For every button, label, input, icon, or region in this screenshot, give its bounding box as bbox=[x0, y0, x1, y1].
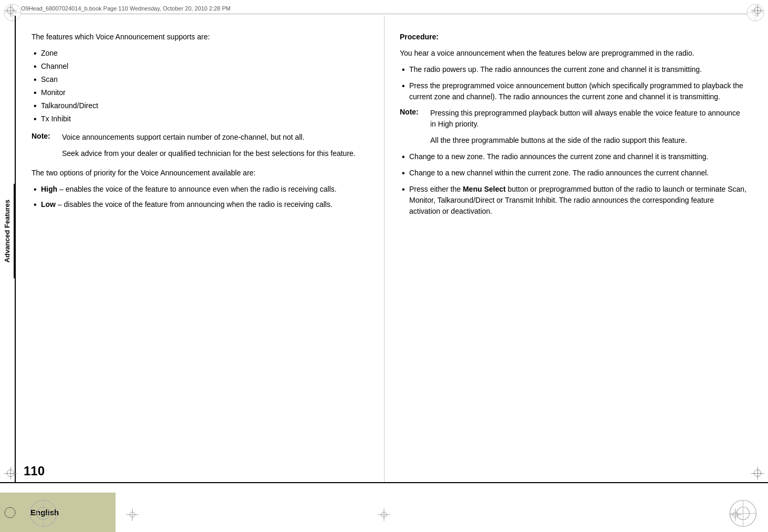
procedure-label: Procedure: bbox=[400, 32, 747, 43]
list-item: Change to a new zone. The radio announce… bbox=[400, 151, 747, 162]
left-intro: The features which Voice Announcement su… bbox=[32, 32, 379, 43]
crop-mark-br bbox=[751, 467, 764, 479]
right-column: Procedure: You hear a voice announcement… bbox=[400, 16, 747, 479]
english-circle-icon bbox=[4, 507, 16, 518]
list-item: Change to a new channel within the curre… bbox=[400, 168, 747, 179]
priority-low-text: – disables the voice of the feature from… bbox=[56, 200, 333, 208]
list-item: Channel bbox=[32, 61, 379, 72]
english-tab: English bbox=[0, 493, 116, 532]
right-note-label: Note: bbox=[400, 108, 426, 130]
priority-intro: The two options of priority for the Voic… bbox=[32, 168, 379, 179]
priority-low-label: Low bbox=[41, 200, 56, 208]
list-item: Press either the Menu Select button or p… bbox=[400, 184, 747, 217]
bottom-crosshair-left bbox=[126, 508, 139, 523]
corner-circle-tl bbox=[3, 3, 23, 23]
svg-point-8 bbox=[5, 507, 15, 518]
priority-list: High – enables the voice of the feature … bbox=[32, 184, 379, 210]
right-bullet-list: The radio powers up. The radio announces… bbox=[400, 64, 747, 102]
priority-low: Low – disables the voice of the feature … bbox=[32, 199, 379, 210]
note-text: Voice announcements support certain numb… bbox=[62, 132, 305, 143]
list-item: The radio powers up. The radio announces… bbox=[400, 64, 747, 75]
right-note-subtext: All the three programmable buttons at th… bbox=[430, 135, 747, 146]
header-bar: O9Head_68007024014_b.book Page 110 Wedne… bbox=[21, 5, 747, 14]
right-note-text: Pressing this preprogrammed playback but… bbox=[430, 108, 747, 130]
side-tab: Advanced Features bbox=[0, 184, 15, 278]
corner-circle-tr bbox=[745, 3, 765, 23]
note-subtext: Seek advice from your dealer or qualifie… bbox=[62, 148, 379, 159]
file-info: O9Head_68007024014_b.book Page 110 Wedne… bbox=[21, 5, 231, 12]
content-area: The features which Voice Announcement su… bbox=[21, 16, 747, 479]
bottom-section: English bbox=[0, 482, 768, 532]
right-note: Note: Pressing this preprogrammed playba… bbox=[400, 108, 747, 130]
page-number: 110 bbox=[24, 464, 45, 478]
left-column: The features which Voice Announcement su… bbox=[21, 16, 379, 479]
feature-list: Zone Channel Scan Monitor Talkaround/Dir… bbox=[32, 48, 379, 124]
list-item: Press the preprogrammed voice announceme… bbox=[400, 80, 747, 102]
list-item: Scan bbox=[32, 74, 379, 85]
list-item: Talkaround/Direct bbox=[32, 100, 379, 111]
priority-high: High – enables the voice of the feature … bbox=[32, 184, 379, 195]
crop-mark-bl bbox=[4, 467, 17, 479]
list-item: Zone bbox=[32, 48, 379, 59]
list-item: Monitor bbox=[32, 87, 379, 98]
menu-select-bold: Menu Select bbox=[463, 185, 506, 193]
list-item: Tx Inhibit bbox=[32, 113, 379, 124]
note-label: Note: bbox=[32, 132, 58, 143]
side-tab-label: Advanced Features bbox=[3, 200, 11, 263]
bottom-right-circle-icon bbox=[729, 499, 757, 528]
procedure-bold: Procedure: bbox=[400, 33, 439, 41]
right-bullet-list-2: Change to a new zone. The radio announce… bbox=[400, 151, 747, 217]
priority-high-text: – enables the voice of the feature to an… bbox=[57, 185, 337, 193]
left-rule bbox=[15, 16, 16, 482]
priority-high-label: High bbox=[41, 185, 57, 193]
bottom-left-circle-icon bbox=[29, 499, 58, 528]
bottom-crosshair-center bbox=[378, 508, 390, 523]
left-note: Note: Voice announcements support certai… bbox=[32, 132, 379, 143]
procedure-intro: You hear a voice announcement when the f… bbox=[400, 48, 747, 59]
